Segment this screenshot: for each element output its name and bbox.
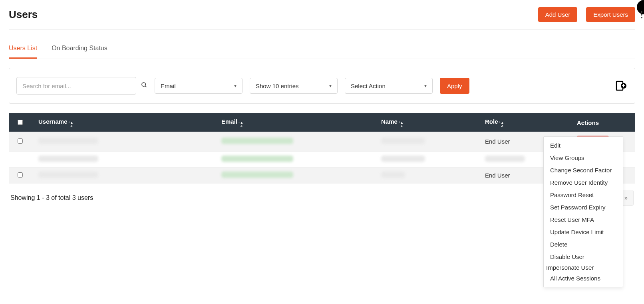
table-row: End User: [9, 168, 635, 184]
cell-email: [216, 152, 376, 168]
filter-bar: Email ▾ Show 10 entries ▾ Select Action …: [9, 68, 635, 104]
th-name-label: Name: [381, 118, 398, 125]
cell-name: [376, 152, 479, 168]
select-bulk-action[interactable]: Select Action ▾: [345, 78, 433, 94]
page-title: Users: [9, 8, 38, 21]
th-actions: Actions: [571, 113, 635, 132]
sort-az-icon: AZ: [501, 122, 504, 127]
sort-icon: [398, 120, 400, 124]
select-all-checkbox[interactable]: [18, 120, 23, 125]
dropdown-item-remove-user-identity[interactable]: Remove User Identity: [544, 176, 623, 189]
th-username[interactable]: UsernameAZ: [33, 113, 216, 132]
cell-email: [216, 168, 376, 184]
table-header-row: UsernameAZ EmailAZ NameAZ RoleAZ Actions: [9, 113, 635, 132]
cell-username: [33, 132, 216, 152]
select-entries-label: Show 10 entries: [256, 83, 299, 89]
search-wrap: [16, 77, 147, 95]
cell-name: [376, 168, 479, 184]
apply-button[interactable]: Apply: [440, 78, 469, 94]
row-checkbox[interactable]: [18, 172, 23, 178]
tab-onboarding-status[interactable]: On Boarding Status: [52, 39, 107, 59]
dropdown-item-change-second-factor[interactable]: Change Second Factor: [544, 164, 623, 176]
header-buttons: Add User Export Users: [538, 7, 635, 22]
select-field[interactable]: Email ▾: [155, 78, 242, 94]
add-group-icon[interactable]: [614, 79, 628, 93]
th-email-label: Email: [221, 118, 237, 125]
sort-az-icon: AZ: [401, 122, 403, 127]
kebab-menu-icon[interactable]: [641, 11, 642, 18]
sort-icon: [499, 120, 501, 124]
avatar[interactable]: [637, 0, 644, 14]
export-users-button[interactable]: Export Users: [586, 7, 635, 22]
search-input[interactable]: [16, 77, 136, 95]
row-checkbox[interactable]: [18, 138, 23, 144]
svg-line-1: [145, 86, 146, 87]
th-actions-label: Actions: [577, 119, 599, 126]
th-checkbox: [9, 113, 33, 132]
cell-name: [376, 132, 479, 152]
result-count: Showing 1 - 3 of total 3 users: [10, 194, 93, 201]
add-user-button[interactable]: Add User: [538, 7, 578, 22]
th-name[interactable]: NameAZ: [376, 113, 479, 132]
dropdown-item-edit[interactable]: Edit: [544, 139, 623, 152]
select-entries[interactable]: Show 10 entries ▾: [250, 78, 338, 94]
sort-az-icon: AZ: [71, 122, 73, 127]
sort-az-icon: AZ: [241, 122, 243, 127]
sort-icon: [68, 120, 70, 124]
dropdown-item-set-password-expiry[interactable]: Set Password Expiry: [544, 201, 623, 213]
tab-users-list[interactable]: Users List: [9, 39, 37, 59]
row-action-dropdown: Edit View Groups Change Second Factor Re…: [543, 136, 623, 213]
cell-email: [216, 132, 376, 152]
chevron-down-icon: ▾: [424, 83, 427, 89]
table-row: End User Select: [9, 132, 635, 152]
select-field-label: Email: [161, 83, 176, 89]
th-username-label: Username: [38, 118, 68, 125]
search-icon[interactable]: [141, 82, 147, 90]
chevron-down-icon: ▾: [329, 83, 332, 89]
cell-username: [33, 168, 216, 184]
th-role[interactable]: RoleAZ: [479, 113, 571, 132]
dropdown-item-password-reset[interactable]: Password Reset: [544, 189, 623, 201]
select-bulk-action-label: Select Action: [351, 83, 386, 89]
sort-icon: [238, 120, 240, 124]
table-row: [9, 152, 635, 168]
chevron-down-icon: ▾: [234, 83, 237, 89]
tabs: Users List On Boarding Status: [9, 39, 635, 59]
table-footer: Showing 1 - 3 of total 3 users « 1 »: [9, 184, 635, 206]
th-email[interactable]: EmailAZ: [216, 113, 376, 132]
page-header: Users Add User Export Users: [9, 7, 635, 30]
svg-point-0: [142, 83, 145, 86]
users-table: UsernameAZ EmailAZ NameAZ RoleAZ Actions…: [9, 113, 635, 184]
cell-username: [33, 152, 216, 168]
dropdown-item-view-groups[interactable]: View Groups: [544, 152, 623, 164]
th-role-label: Role: [485, 118, 498, 125]
